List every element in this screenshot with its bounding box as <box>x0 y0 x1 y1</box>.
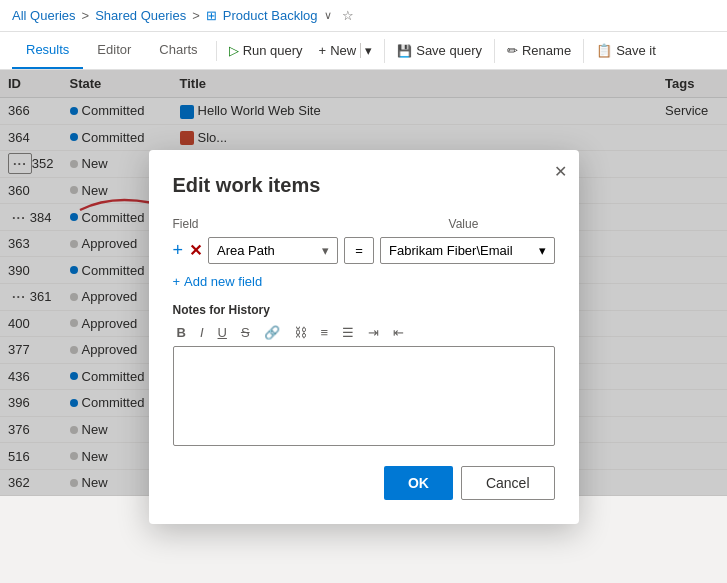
remove-field-icon[interactable]: ✕ <box>189 241 202 260</box>
add-new-field-link[interactable]: + Add new field <box>173 274 555 289</box>
plus-icon: + <box>319 43 327 58</box>
save-query-button[interactable]: 💾 Save query <box>389 38 490 63</box>
toolbar-sep3 <box>583 39 584 63</box>
notes-label: Notes for History <box>173 303 555 317</box>
notes-indent1-btn[interactable]: ⇥ <box>364 323 383 342</box>
tab-separator <box>216 41 217 61</box>
notes-indent2-btn[interactable]: ⇤ <box>389 323 408 342</box>
value-col-label: Value <box>449 217 479 231</box>
cancel-button[interactable]: Cancel <box>461 466 555 500</box>
toolbar-sep1 <box>384 39 385 63</box>
modal-footer: OK Cancel <box>173 466 555 500</box>
breadcrumb-product-backlog[interactable]: Product Backlog <box>223 8 318 23</box>
rename-label: Rename <box>522 43 571 58</box>
saveitem-icon: 📋 <box>596 43 612 58</box>
field-name-dropdown[interactable]: Area Path ▾ <box>208 237 338 264</box>
modal-title: Edit work items <box>173 174 555 197</box>
edit-work-items-modal: ✕ Edit work items Field Value + ✕ Area P… <box>149 150 579 524</box>
notes-list2-btn[interactable]: ☰ <box>338 323 358 342</box>
save-icon: 💾 <box>397 44 412 58</box>
field-name-value: Area Path <box>217 243 275 258</box>
value-dropdown[interactable]: Fabrikam Fiber\Email ▾ <box>380 237 554 264</box>
save-item-label: Save it <box>616 43 656 58</box>
modal-close-button[interactable]: ✕ <box>554 162 567 181</box>
breadcrumb-sep1: > <box>82 8 90 23</box>
tab-results[interactable]: Results <box>12 32 83 69</box>
ok-button[interactable]: OK <box>384 466 453 500</box>
field-dropdown-chevron: ▾ <box>322 243 329 258</box>
value-dropdown-chevron: ▾ <box>539 243 546 258</box>
save-item-button[interactable]: 📋 Save it <box>588 38 664 63</box>
notes-italic-btn[interactable]: I <box>196 323 208 342</box>
notes-list1-btn[interactable]: ≡ <box>317 323 333 342</box>
add-new-field-plus: + <box>173 274 181 289</box>
run-query-label: Run query <box>243 43 303 58</box>
tab-editor[interactable]: Editor <box>83 32 145 69</box>
field-value-text: Fabrikam Fiber\Email <box>389 243 513 258</box>
operator-box[interactable]: = <box>344 237 374 264</box>
rename-button[interactable]: ✏ Rename <box>499 38 579 63</box>
breadcrumb-sep2: > <box>192 8 200 23</box>
field-row: + ✕ Area Path ▾ = Fabrikam Fiber\Email ▾ <box>173 237 555 264</box>
notes-link1-btn[interactable]: 🔗 <box>260 323 284 342</box>
breadcrumb-all-queries[interactable]: All Queries <box>12 8 76 23</box>
operator-value: = <box>355 243 363 258</box>
toolbar-sep2 <box>494 39 495 63</box>
add-field-icon[interactable]: + <box>173 240 184 261</box>
run-icon: ▷ <box>229 43 239 58</box>
run-query-button[interactable]: ▷ Run query <box>221 38 311 63</box>
main-area: ID State Title Tags 366CommittedHello Wo… <box>0 70 727 496</box>
tabs-bar: Results Editor Charts ▷ Run query + New … <box>0 32 727 70</box>
add-new-field-label: Add new field <box>184 274 262 289</box>
tab-charts[interactable]: Charts <box>145 32 211 69</box>
notes-underline-btn[interactable]: U <box>214 323 231 342</box>
notes-strike-btn[interactable]: S <box>237 323 254 342</box>
breadcrumb-dropdown-icon[interactable]: ∨ <box>324 9 332 22</box>
new-dropdown-icon[interactable]: ▾ <box>360 43 372 58</box>
field-col-label: Field <box>173 217 199 231</box>
new-button[interactable]: + New ▾ <box>311 38 381 63</box>
notes-area[interactable] <box>173 346 555 446</box>
save-query-label: Save query <box>416 43 482 58</box>
modal-overlay: ✕ Edit work items Field Value + ✕ Area P… <box>0 70 727 496</box>
breadcrumb: All Queries > Shared Queries > ⊞ Product… <box>0 0 727 32</box>
breadcrumb-star-icon[interactable]: ☆ <box>342 8 354 23</box>
new-label: New <box>330 43 356 58</box>
field-header-row: Field Value <box>173 217 555 231</box>
notes-link2-btn[interactable]: ⛓ <box>290 323 311 342</box>
table-icon: ⊞ <box>206 8 217 23</box>
rename-icon: ✏ <box>507 43 518 58</box>
notes-toolbar: B I U S 🔗 ⛓ ≡ ☰ ⇥ ⇤ <box>173 323 555 342</box>
breadcrumb-shared-queries[interactable]: Shared Queries <box>95 8 186 23</box>
notes-bold-btn[interactable]: B <box>173 323 190 342</box>
